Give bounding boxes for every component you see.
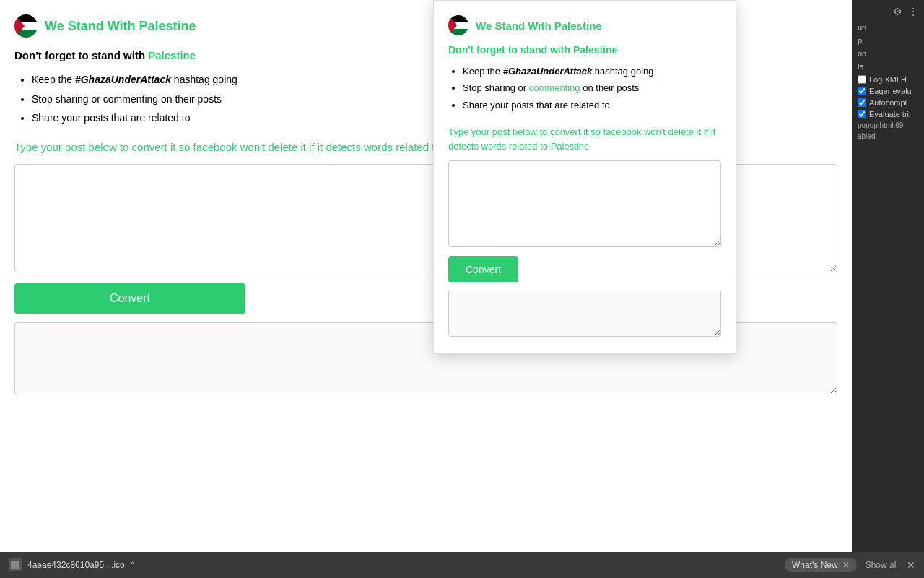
autocomplete-checkbox[interactable] (858, 98, 866, 107)
show-all-button[interactable]: Show all (866, 560, 898, 570)
svg-rect-0 (11, 561, 19, 569)
page-title: We Stand With Palestine (45, 19, 196, 34)
popup-list: Keep the #GhazaUnderAttack hashtag going… (448, 63, 721, 113)
bottom-bar-close-icon[interactable]: ✕ (907, 559, 915, 571)
popup-title: We Stand With Palestine (476, 20, 602, 32)
popup-logo (448, 15, 468, 35)
popup-output-textarea[interactable] (448, 290, 721, 337)
bottom-bar: 4aeae432c8610a95....ico ^ What's New ✕ S… (0, 552, 924, 578)
page-logo (14, 14, 38, 38)
devtools-item-la: la (858, 62, 918, 71)
page-content: We Stand With Palestine Don't forget to … (0, 0, 852, 552)
download-section: 4aeae432c8610a95....ico ^ (9, 558, 134, 571)
download-file-icon (9, 558, 22, 571)
popup-convert-button[interactable]: Convert (448, 256, 518, 282)
popup-list-item: Stop sharing or commenting on their post… (463, 79, 721, 96)
devtools-item-url: url (858, 23, 918, 32)
popup-header: We Stand With Palestine (448, 15, 721, 35)
more-options-icon[interactable]: ⋮ (908, 6, 918, 17)
devtools-code-line: popup.html:69 (858, 121, 918, 129)
devtools-code-note: abled. (858, 132, 918, 140)
settings-icon[interactable]: ⚙ (893, 6, 902, 17)
whats-new-label: What's New (792, 560, 838, 570)
download-chevron-icon[interactable]: ^ (131, 560, 135, 570)
popup-window: We Stand With Palestine Don't forget to … (433, 0, 736, 354)
popup-input-textarea[interactable] (448, 160, 721, 247)
popup-subtitle: Don't forget to stand with Palestine (448, 44, 721, 56)
whats-new-badge: What's New ✕ (785, 558, 857, 572)
devtools-checkbox-autocomplete: Autocompl (858, 98, 918, 107)
devtools-checkbox-log: Log XMLH (858, 75, 918, 84)
devtools-panel: ⚙ ⋮ url p on la Log XMLH Eager evalu Aut… (852, 0, 924, 552)
popup-list-item: Keep the #GhazaUnderAttack hashtag going (463, 63, 721, 79)
bottom-right-section: What's New ✕ Show all ✕ (785, 558, 915, 572)
devtools-toolbar: ⚙ ⋮ (858, 6, 918, 17)
whats-new-close-icon[interactable]: ✕ (842, 560, 850, 570)
download-filename: 4aeae432c8610a95....ico (27, 560, 125, 570)
devtools-item-p: p (858, 36, 918, 45)
eager-eval-checkbox[interactable] (858, 87, 866, 95)
popup-list-item: Share your posts that are related to (463, 97, 721, 113)
page-convert-button[interactable]: Convert (14, 283, 245, 314)
devtools-checkbox-evaluate: Evaluate tri (858, 110, 918, 118)
devtools-item-on: on (858, 49, 918, 58)
devtools-checkbox-eager: Eager evalu (858, 87, 918, 95)
log-xmlh-checkbox[interactable] (858, 75, 866, 84)
evaluate-trig-checkbox[interactable] (858, 110, 866, 118)
popup-instruction: Type your post below to convert it so fa… (448, 125, 721, 153)
